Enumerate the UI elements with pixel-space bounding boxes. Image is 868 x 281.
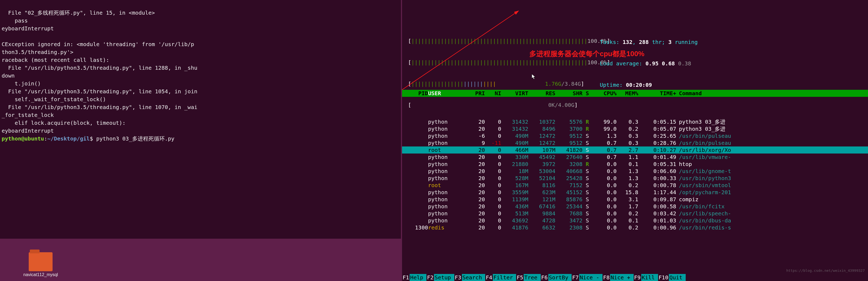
table-row[interactable]: python200513M98847688S0.00.20:03.42/usr/… [402,210,868,217]
fnkey-f6[interactable]: F6SortBy [541,274,571,281]
fnkey-f3[interactable]: F3Search [454,274,485,281]
table-row[interactable]: python2002188039723208R0.00.10:05.31htop [402,161,868,168]
fnkey-f1[interactable]: F1Help [402,274,426,281]
desktop-folder-navicat[interactable]: navicat112_mysql [23,252,58,277]
table-row[interactable]: python2003559M623M45152S0.015.81:17.44/o… [402,189,868,196]
table-row[interactable]: root200167M81167152S0.00.20:00.78/usr/sb… [402,182,868,189]
prompt-path: ~/Desktop/gil [48,135,90,142]
htop-info: Tasks: 132, 288 thr; 3 running Load aver… [600,24,698,103]
fnkey-f2[interactable]: F2Setup [426,274,454,281]
fnkey-f7[interactable]: F7Nice - [571,274,602,281]
table-row[interactable]: python2001139M121M85876S0.03.10:09.87com… [402,196,868,203]
terminal-left[interactable]: File "02_多线程死循环.py", line 15, in <module… [0,0,401,239]
folder-label: navicat112_mysql [23,272,58,277]
table-row[interactable]: python20018M5300440668S0.01.30:06.60/usr… [402,168,868,175]
table-row[interactable]: 1300redis2004187666322308S0.00.20:00.96/… [402,224,868,231]
fnkey-f8[interactable]: F8Nice + [602,274,633,281]
table-row[interactable]: python200330M4549227640S0.71.10:01.49/us… [402,153,868,161]
htop-meters: [|||||||||||||||||||||||||||||||||||||||… [402,22,868,54]
fnkey-f4[interactable]: F4Filter [485,274,516,281]
prompt-user: python [2,135,21,142]
fnkey-f10[interactable]: F10Quit [658,274,686,281]
table-row[interactable]: python200528M5210425428S0.01.30:00.33/us… [402,175,868,182]
watermark: https://blog.csdn.net/weixin_43999327 [786,268,865,273]
table-row[interactable]: python2004369247283472S0.00.10:01.03/usr… [402,217,868,224]
prompt-host: ubuntu [24,135,44,142]
mouse-cursor-icon [531,74,536,80]
folder-icon [29,252,53,271]
fnkey-f9[interactable]: F9Kill [634,274,658,281]
prompt-command: python3 03_多进程死循环.py [96,135,175,142]
annotation-text: 多进程服务器会使每个cpu都是100% [529,49,645,58]
terminal-output: File "02_多线程死循环.py", line 15, in <module… [2,1,400,150]
table-row[interactable]: python200436M6741625344S0.01.70:00.58/us… [402,203,868,210]
fnkey-f5[interactable]: F5Tree [516,274,540,281]
htop-panel[interactable]: [|||||||||||||||||||||||||||||||||||||||… [402,0,868,281]
htop-fnkeys: F1HelpF2SetupF3SearchF4FilterF5TreeF6Sor… [402,274,868,281]
